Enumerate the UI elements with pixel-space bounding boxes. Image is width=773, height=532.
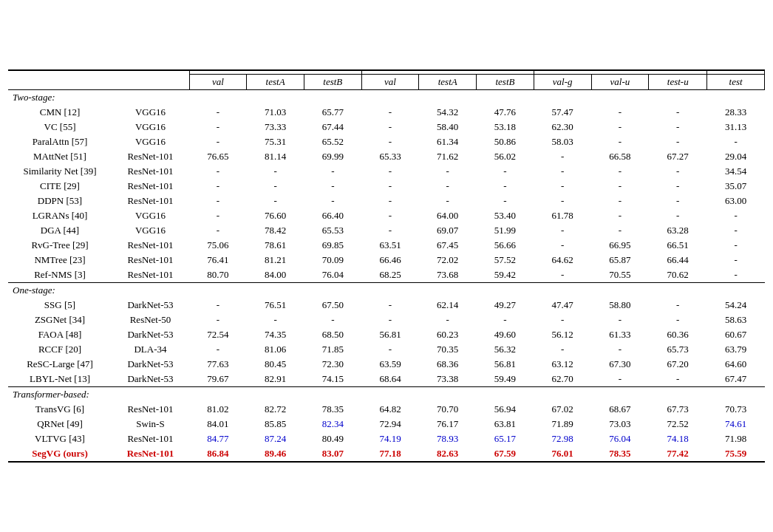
refcocoplus-val: - <box>361 164 419 179</box>
refcocog-valg: - <box>534 238 591 253</box>
refcocoplus-val: - <box>361 105 419 120</box>
refcocog-testu: - <box>649 194 707 208</box>
model-name: DGA [44] <box>8 223 112 238</box>
refcoco-testb: - <box>304 179 361 194</box>
model-name: NMTree [23] <box>8 253 112 267</box>
refcocog-testu: - <box>649 313 707 327</box>
table-row: SSG [5]DarkNet-53-76.5167.50-62.1449.274… <box>8 298 765 313</box>
refcocog-valg: - <box>534 149 591 164</box>
referitgame-test: - <box>707 238 765 253</box>
refcocog-valu: 70.55 <box>591 267 649 283</box>
refcocoplus-val: - <box>361 208 419 223</box>
refcocog-valu: - <box>591 194 649 208</box>
refcoco-testa: 74.35 <box>247 327 304 342</box>
refcocoplus-val: 64.82 <box>361 402 419 417</box>
refcocoplus-val: 63.51 <box>361 238 419 253</box>
refcoco-testb: 83.07 <box>304 446 361 462</box>
refcocog-testu: 60.36 <box>649 327 707 342</box>
refcocoplus-testb-header: testB <box>477 75 534 90</box>
refcoco-testa: 76.51 <box>247 298 304 313</box>
backbone-value: ResNet-101 <box>112 238 189 253</box>
table-row: RCCF [20]DLA-34-81.0671.85-70.3556.32--6… <box>8 342 765 357</box>
refcocoplus-val: 68.25 <box>361 267 419 283</box>
refcoco-testb: 65.52 <box>304 134 361 149</box>
referitgame-test: - <box>707 208 765 223</box>
table-wrapper: val testA testB val testA testB val-g va… <box>2 62 771 470</box>
refcocoplus-val: - <box>361 298 419 313</box>
referitgame-test: 67.47 <box>707 372 765 387</box>
refcocoplus-testb: 56.66 <box>477 238 534 253</box>
backbone-value: VGG16 <box>112 120 189 134</box>
refcocog-valu: 78.35 <box>591 446 649 462</box>
refcoco-val: 75.06 <box>189 238 247 253</box>
model-name: SSG [5] <box>8 298 112 313</box>
model-name: CITE [29] <box>8 179 112 194</box>
refcocoplus-val: 66.46 <box>361 253 419 267</box>
refcocoplus-val: - <box>361 179 419 194</box>
refcocoplus-testa: 73.38 <box>419 372 477 387</box>
refcocog-valg: - <box>534 164 591 179</box>
referitgame-test: 63.79 <box>707 342 765 357</box>
refcocog-valu: 73.03 <box>591 417 649 432</box>
refcoco-val: 79.67 <box>189 372 247 387</box>
refcocog-testu: - <box>649 120 707 134</box>
backbone-header <box>112 70 189 90</box>
refcoco-testa: 84.00 <box>247 267 304 283</box>
refcocoplus-testb: 53.40 <box>477 208 534 223</box>
refcocog-testu: 74.18 <box>649 432 707 446</box>
refcocog-testu: 66.51 <box>649 238 707 253</box>
model-name: LBYL-Net [13] <box>8 372 112 387</box>
table-row: NMTree [23]ResNet-10176.4181.2170.0966.4… <box>8 253 765 267</box>
referitgame-test: - <box>707 134 765 149</box>
refcocoplus-val: 65.33 <box>361 149 419 164</box>
refcocoplus-testa: 68.36 <box>419 357 477 372</box>
refcocoplus-testb: 49.60 <box>477 327 534 342</box>
refcoco-testb: 70.09 <box>304 253 361 267</box>
table-row: FAOA [48]DarkNet-5372.5474.3568.5056.816… <box>8 327 765 342</box>
refcoco-testb: 74.15 <box>304 372 361 387</box>
backbone-value: Swin-S <box>112 417 189 432</box>
refcoco-testb: 78.35 <box>304 402 361 417</box>
refcocoplus-val: - <box>361 342 419 357</box>
refcoco-testb: - <box>304 313 361 327</box>
refcoco-testa: - <box>247 313 304 327</box>
referitgame-test: 34.54 <box>707 164 765 179</box>
backbone-value: ResNet-101 <box>112 446 189 462</box>
refcocoplus-testa: 82.63 <box>419 446 477 462</box>
refcocoplus-testa: 78.93 <box>419 432 477 446</box>
refcocoplus-testa: 70.70 <box>419 402 477 417</box>
referitgame-test: 28.33 <box>707 105 765 120</box>
refcocoplus-testb: - <box>477 164 534 179</box>
refcoco-testa: 71.03 <box>247 105 304 120</box>
refcocog-testu: 65.73 <box>649 342 707 357</box>
referitgame-test: - <box>707 253 765 267</box>
refcocoplus-val: - <box>361 194 419 208</box>
refcocog-valg: - <box>534 179 591 194</box>
model-name: Similarity Net [39] <box>8 164 112 179</box>
refcocog-valu: 66.95 <box>591 238 649 253</box>
refcoco-testa: 81.14 <box>247 149 304 164</box>
referitgame-test: 29.04 <box>707 149 765 164</box>
refcocoplus-val: - <box>361 134 419 149</box>
models-header <box>8 70 112 90</box>
refcocoplus-val: 72.94 <box>361 417 419 432</box>
model-name: RCCF [20] <box>8 342 112 357</box>
referitgame-test: 74.61 <box>707 417 765 432</box>
refcocog-testu: - <box>649 164 707 179</box>
refcocog-valu: 61.33 <box>591 327 649 342</box>
refcocog-valg: 64.62 <box>534 253 591 267</box>
refcoco-testa: 81.21 <box>247 253 304 267</box>
referitgame-test: - <box>707 267 765 283</box>
refcocog-valg: 57.47 <box>534 105 591 120</box>
refcoco-testa: 82.72 <box>247 402 304 417</box>
refcoco-testa: 80.45 <box>247 357 304 372</box>
refcoco-testb: 71.85 <box>304 342 361 357</box>
refcoco-testa: 81.06 <box>247 342 304 357</box>
backbone-value: ResNet-101 <box>112 179 189 194</box>
refcocoplus-val: - <box>361 313 419 327</box>
refcocog-valu: 67.30 <box>591 357 649 372</box>
refcocoplus-testa: - <box>419 313 477 327</box>
refcoco-testa: 75.31 <box>247 134 304 149</box>
backbone-value: ResNet-101 <box>112 164 189 179</box>
refcocog-valu: - <box>591 372 649 387</box>
